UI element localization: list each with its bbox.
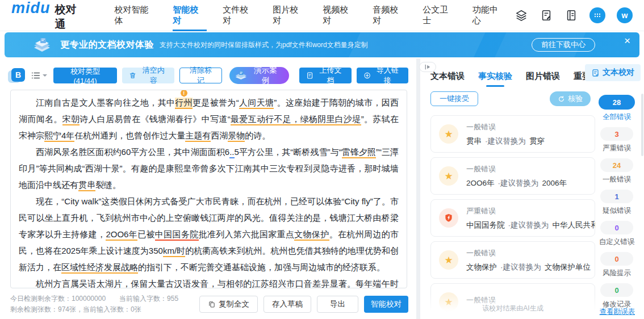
stat-count: 1 xyxy=(600,190,633,203)
suggestion-line: 中国国务院·建议替换为中华人民共和... xyxy=(466,220,595,230)
copy-all-button[interactable]: 复制全文 xyxy=(199,296,258,313)
upload-doc-button[interactable]: 上传文档 xyxy=(299,68,351,83)
close-icon[interactable]: × xyxy=(624,35,630,47)
error-card[interactable]: ★一般错误2OO6年·建议替换为2006年 xyxy=(430,157,595,195)
results-panel: 文本错误事实核验图片错误重要提及 文本校对 一键接受 核验 ★一般错误贯串·建议… xyxy=(420,58,644,319)
list-settings-icon[interactable] xyxy=(31,70,47,81)
nav-item[interactable]: 音频校对 xyxy=(373,0,407,31)
error-card[interactable]: ★一般错误贯串·建议替换为贯穿 xyxy=(430,115,595,153)
stat-item[interactable]: 0风险提示 xyxy=(600,252,633,278)
marked-text[interactable]: 行州! xyxy=(175,98,193,109)
stat-item[interactable]: 28全部错误 xyxy=(599,95,635,122)
logo-wordmark: midu xyxy=(11,0,51,17)
editor-paragraph[interactable]: 西湖风景名胜区面积约60平方公里，其中湖面面积6..5平方公里，其“断桥残雪”与… xyxy=(19,144,399,193)
marked-text[interactable]: 最爱互动行不足，绿杨阴里白沙堤 xyxy=(231,114,361,125)
quota-info: 今日检测剩余字数：100000000 当前输入字数：955 剩余检测张数：974… xyxy=(10,293,178,315)
scrollbar[interactable] xyxy=(641,94,644,316)
editor-paragraph[interactable]: 江南自古是文人墨客向往之地，其中行州!更是被誉为“人间天塘”。这座始建于隋朝的城… xyxy=(19,94,399,144)
trash-icon xyxy=(129,72,136,79)
nav-item[interactable]: 功能中心 xyxy=(472,0,507,31)
marked-text[interactable]: 中国国务院 xyxy=(155,229,199,241)
stat-item[interactable]: 24一般错误 xyxy=(600,158,633,184)
promo-banner: 更专业的文档校对体验 支持大文件校对的同时保留排版样式，为pdf文件和word文… xyxy=(5,32,639,57)
smart-proof-button[interactable]: 智能校对 xyxy=(364,296,408,313)
proof-type-button[interactable]: 校对类型(41/44) xyxy=(53,68,118,83)
stat-item[interactable]: 1疑似错误 xyxy=(600,190,633,216)
clear-content-button[interactable]: 清空内容 xyxy=(122,68,174,83)
marked-text[interactable]: 景物 xyxy=(228,131,245,142)
nav-item[interactable]: 公文卫士 xyxy=(423,0,457,31)
marked-text[interactable]: 区域性经济发展战略 xyxy=(61,262,138,274)
nav-item[interactable]: 文件校对 xyxy=(223,0,257,31)
nav-item[interactable]: 视频校对 xyxy=(323,0,357,31)
apps-grid-icon[interactable] xyxy=(589,7,605,23)
star-icon: ★ xyxy=(439,250,458,270)
marked-text[interactable]: 宋朝 xyxy=(62,114,80,125)
replacement-text: 贯穿 xyxy=(529,137,545,145)
avatar[interactable]: w xyxy=(617,7,633,23)
demo-case-label: 演示案例 xyxy=(251,65,280,86)
stat-label: 风险提示 xyxy=(603,268,631,278)
banner-subtitle: 支持大文件校对的同时保留排版样式，为pdf文件和word文档量身定制 xyxy=(160,40,368,50)
logo-product-name: 校对通 xyxy=(55,2,87,32)
marked-text[interactable]: 雷锋夕照 xyxy=(342,147,376,158)
marked-text[interactable]: 贯串 xyxy=(78,180,95,191)
text-run: 裂缝。 xyxy=(95,180,121,190)
editor-content[interactable]: 江南自古是文人墨客向往之地，其中行州!更是被誉为“人间天塘”。这座始建于隋朝的城… xyxy=(10,90,407,288)
layers-icon[interactable] xyxy=(515,9,528,22)
stat-count: 3 xyxy=(600,127,633,141)
error-card[interactable]: 严重错误中国国务院·建议替换为中华人民共和... xyxy=(430,199,595,237)
records-icon[interactable] xyxy=(564,9,578,22)
bold-style-icon[interactable]: B xyxy=(10,68,24,83)
original-text: 文物保护 xyxy=(466,263,497,271)
demo-case-button[interactable]: 演示案例 xyxy=(229,67,289,84)
text-proof-button[interactable]: 文本校对 xyxy=(585,64,641,81)
result-tab[interactable]: 文本错误 xyxy=(430,71,465,87)
import-link-label: 导入链接 xyxy=(374,65,402,86)
top-navbar: midu 校对通 校对智能体智能校对文件校对图片校对视频校对音频校对公文卫士功能… xyxy=(0,0,644,31)
stat-item[interactable]: 0自定义错误 xyxy=(599,221,635,247)
nav-item[interactable]: 校对智能体 xyxy=(114,0,157,31)
nav-item[interactable]: 智能校对 xyxy=(173,0,207,31)
text-run: 杭州方言属吴语太湖片，保留大量古汉语发音，与相邻的江苏绍兴市口音差异显著。每年端… xyxy=(19,279,399,288)
clear-marks-button[interactable]: 清除标记 xyxy=(179,68,222,83)
brand-logo[interactable]: midu 校对通 xyxy=(11,0,87,32)
stats-column: 28全部错误3严重错误24一般错误1疑似错误0自定义错误0风险提示0修改记录 xyxy=(592,95,642,314)
marked-text[interactable]: .. xyxy=(229,147,234,158)
marked-text[interactable]: 熙宁4年 xyxy=(44,131,74,142)
original-text: 贯串 xyxy=(466,137,482,145)
draft-edit-icon[interactable] xyxy=(540,9,553,22)
verify-label: 核验 xyxy=(568,94,583,104)
export-button[interactable]: 导出 xyxy=(317,296,358,313)
import-link-button[interactable]: 导入链接 xyxy=(357,68,408,83)
marked-text[interactable]: km/时 xyxy=(163,246,185,257)
marked-text[interactable]: 文物保护 xyxy=(294,229,329,241)
errata-link[interactable]: 查看勘误表 xyxy=(600,307,635,317)
verify-button[interactable]: 核验 xyxy=(550,91,591,106)
text-run: 更是被誉为“ xyxy=(193,98,239,107)
marked-text[interactable]: 主题有 xyxy=(185,131,211,142)
text-proof-label: 文本校对 xyxy=(603,68,634,78)
save-draft-button[interactable]: 存入草稿 xyxy=(264,296,311,313)
text-run: 西湖 xyxy=(211,131,228,140)
stat-count: 28 xyxy=(599,95,635,110)
stat-item[interactable]: 0修改记录 xyxy=(600,283,633,309)
nav-item[interactable]: 图片校对 xyxy=(273,0,307,31)
result-tab[interactable]: 事实核验 xyxy=(478,71,512,87)
result-tab[interactable]: 图片错误 xyxy=(526,71,560,87)
quota-line2: 剩余检测张数：974张，当前输入张数：0张 xyxy=(10,304,178,315)
marked-text[interactable]: 2OO6年 xyxy=(106,229,137,241)
stat-item[interactable]: 3严重错误 xyxy=(600,127,633,153)
marked-text[interactable]: 人间天塘 xyxy=(239,98,274,109)
editor-footer: 今日检测剩余字数：100000000 当前输入字数：955 剩余检测张数：974… xyxy=(10,289,408,319)
download-center-button[interactable]: 前往下载中心 xyxy=(532,38,595,52)
book-icon xyxy=(32,36,52,53)
editor-paragraph[interactable]: 杭州方言属吴语太湖片，保留大量古汉语发音，与相邻的江苏绍兴市口音差异显著。每年端… xyxy=(19,275,399,288)
editor-paragraph[interactable]: 现在，“City walk”这类假日休闲方式备受广大市民青睐，而在杭州，已经可以… xyxy=(19,193,399,275)
star-icon: ★ xyxy=(439,124,458,144)
text-run: 批准列入第六批国家重点 xyxy=(199,229,295,239)
error-card[interactable]: ★一般错误文物保护·建议替换为文物保护单位 xyxy=(430,241,595,279)
error-pin-icon: ! xyxy=(181,90,187,96)
accept-all-button[interactable]: 一键接受 xyxy=(430,91,478,106)
suggestion-line: 贯串·建议替换为贯穿 xyxy=(466,136,545,146)
